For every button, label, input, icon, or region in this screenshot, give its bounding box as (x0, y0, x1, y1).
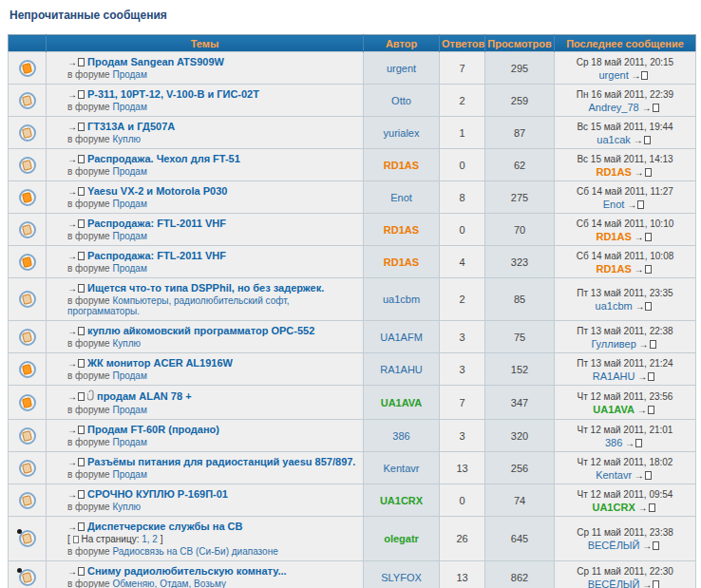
last-poster-link[interactable]: Andrey_78 (589, 102, 639, 113)
forum-link[interactable]: Куплю (112, 134, 141, 144)
topic-title-link[interactable]: Yaesu VX-2 и Motorola P030 (87, 185, 227, 197)
goto-last-post-icon[interactable]: → (634, 135, 651, 145)
topic-title-link[interactable]: СРОЧНО КУПЛЮ Р-169П-01 (87, 488, 228, 500)
topic-title-link[interactable]: Продам Sangean ATS909W (87, 56, 224, 67)
goto-last-post-icon[interactable]: → (642, 541, 659, 551)
goto-last-post-icon[interactable]: → (635, 167, 652, 178)
last-poster-link[interactable]: Kentavr (596, 469, 632, 481)
last-poster-link[interactable]: RD1AS (596, 231, 631, 242)
goto-last-post-icon[interactable]: → (638, 503, 655, 513)
forum-link[interactable]: Продам (112, 231, 146, 241)
forum-link[interactable]: Продам (112, 166, 146, 177)
topic-title-link[interactable]: Распродажа: FTL-2011 VHF (87, 218, 226, 229)
last-poster-link[interactable]: urgent (599, 69, 629, 81)
topic-title-link[interactable]: Распродажа: FTL-2011 VHF (87, 250, 226, 261)
author-link[interactable]: Otto (391, 95, 411, 106)
goto-last-post-icon[interactable]: → (625, 438, 642, 448)
topic-title-link[interactable]: Сниму радиолюбительскую комнату... (87, 565, 287, 577)
topic-title-link[interactable]: куплю айкомовский программатор OPC-552 (87, 325, 314, 336)
goto-latest-post-icon[interactable]: → (67, 88, 85, 100)
post-glyph-icon (22, 572, 32, 583)
goto-latest-post-icon[interactable]: → (67, 56, 85, 67)
author-link[interactable]: 386 (392, 430, 409, 442)
forum-link[interactable]: Продам (112, 263, 146, 274)
last-poster-link[interactable]: ua1cak (597, 134, 630, 145)
author-link[interactable]: yurialex (384, 127, 420, 139)
topic-title-link[interactable]: ГТ313А и ГД507А (87, 121, 175, 132)
author-link[interactable]: ua1cbm (383, 294, 420, 305)
goto-last-post-icon[interactable]: → (635, 232, 652, 242)
topic-title-link[interactable]: Р-311, 10РТ-12, V-100-В и ГИС-02Т (87, 88, 259, 100)
forum-link[interactable]: Обменяю, Отдам, Возьму (112, 579, 225, 588)
author-link[interactable]: SLYFOX (381, 572, 422, 583)
goto-last-post-icon[interactable]: → (637, 371, 654, 382)
last-poster-link[interactable]: UA1CRX (592, 502, 635, 513)
goto-last-post-icon[interactable]: → (631, 70, 648, 81)
goto-last-post-icon[interactable]: → (635, 301, 652, 312)
forum-link[interactable]: Продам (112, 199, 146, 209)
forum-link[interactable]: Продам (112, 405, 146, 415)
goto-last-post-icon[interactable]: → (637, 405, 654, 415)
goto-latest-post-icon[interactable]: → (67, 250, 85, 261)
last-poster-link[interactable]: ВЕСЁЛЫЙ (588, 579, 640, 588)
topic-title-link[interactable]: Продам FT-60R (продано) (87, 424, 219, 435)
forum-link[interactable]: Продам (112, 437, 146, 447)
topic-title-link[interactable]: Распродажа. Чехол для FT-51 (87, 153, 240, 164)
goto-last-post-icon[interactable]: → (635, 264, 652, 275)
views-count: 152 (485, 353, 555, 386)
topic-title-link[interactable]: ЖК монитор ACER AL1916W (87, 357, 233, 369)
goto-last-post-icon[interactable]: → (639, 339, 656, 350)
goto-latest-post-icon[interactable]: → (67, 456, 85, 467)
forum-link[interactable]: Продам (112, 69, 146, 80)
author-link[interactable]: RD1AS (384, 224, 419, 236)
goto-latest-post-icon[interactable]: → (67, 282, 85, 294)
author-link[interactable]: olegatr (384, 533, 419, 544)
author-link[interactable]: Kentavr (384, 463, 420, 474)
views-count: 74 (485, 484, 555, 517)
forum-link[interactable]: Куплю (112, 338, 141, 349)
forum-link[interactable]: Продам (112, 370, 146, 381)
author-link[interactable]: RA1AHU (380, 364, 423, 375)
goto-latest-post-icon[interactable]: → (67, 153, 85, 164)
author-link[interactable]: RD1AS (384, 256, 419, 268)
topic-title-link[interactable]: продам ALAN 78 + (97, 390, 192, 402)
forum-link[interactable]: Куплю (112, 502, 141, 512)
goto-latest-post-icon[interactable]: → (67, 424, 85, 435)
goto-last-post-icon[interactable]: → (627, 199, 644, 210)
author-link[interactable]: UA1AVA (381, 397, 423, 408)
topic-title-link[interactable]: Диспетчерские службы на СВ (87, 521, 242, 532)
goto-latest-post-icon[interactable]: → (67, 390, 85, 402)
topic-title-link[interactable]: Ищется что-то типа DSPPhil, но без задер… (87, 282, 324, 294)
goto-last-post-icon[interactable]: → (642, 579, 659, 588)
author-link[interactable]: UA1AFM (380, 332, 423, 343)
goto-latest-post-icon[interactable]: → (67, 325, 85, 336)
last-poster-link[interactable]: ВЕСЁЛЫЙ (588, 540, 640, 551)
last-poster-link[interactable]: Гулливер (591, 338, 635, 350)
last-poster-link[interactable]: RA1AHU (593, 370, 635, 382)
goto-latest-post-icon[interactable]: → (67, 357, 85, 369)
page-links[interactable]: 1, 2 (142, 534, 158, 544)
last-poster-link[interactable]: ua1cbm (596, 300, 633, 312)
goto-latest-post-icon[interactable]: → (67, 185, 85, 197)
goto-latest-post-icon[interactable]: → (67, 488, 85, 500)
author-link[interactable]: Enot (390, 192, 412, 203)
goto-last-post-icon[interactable]: → (642, 103, 659, 113)
last-poster-link[interactable]: UA1AVA (593, 404, 635, 415)
topic-title-link[interactable]: Разъёмы питания для радиостанций yaesu 8… (87, 456, 355, 467)
goto-last-post-icon[interactable]: → (635, 470, 652, 481)
forum-link[interactable]: Продам (112, 469, 146, 480)
last-poster-link[interactable]: 386 (605, 437, 622, 448)
last-poster-link[interactable]: RD1AS (596, 166, 631, 178)
forum-link[interactable]: Продам (112, 102, 146, 112)
goto-latest-post-icon[interactable]: → (67, 521, 85, 532)
last-poster-link[interactable]: Enot (603, 199, 625, 210)
author-link[interactable]: urgent (387, 63, 416, 74)
goto-latest-post-icon[interactable]: → (67, 565, 85, 577)
goto-latest-post-icon[interactable]: → (67, 218, 85, 229)
last-poster-link[interactable]: RD1AS (596, 263, 631, 275)
author-link[interactable]: RD1AS (384, 160, 419, 171)
author-link[interactable]: UA1CRX (380, 495, 423, 506)
forum-link[interactable]: Радиосвязь на СВ (Си-Би) диапазоне (112, 546, 277, 557)
topic-status-cell (9, 452, 47, 484)
goto-latest-post-icon[interactable]: → (67, 121, 85, 132)
